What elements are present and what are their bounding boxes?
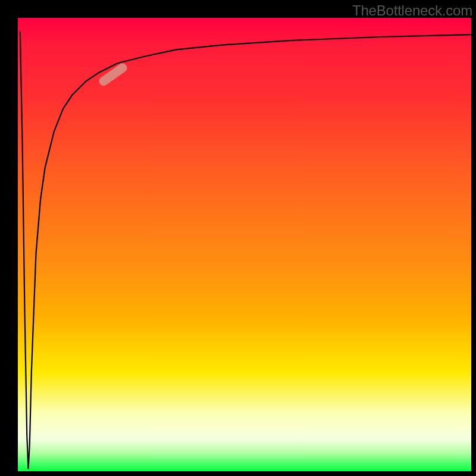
chart-frame: [18, 18, 471, 471]
bottleneck-curve: [20, 32, 471, 469]
attribution-label: TheBottleneck.com: [352, 2, 472, 19]
chart-overlay: [18, 18, 471, 471]
